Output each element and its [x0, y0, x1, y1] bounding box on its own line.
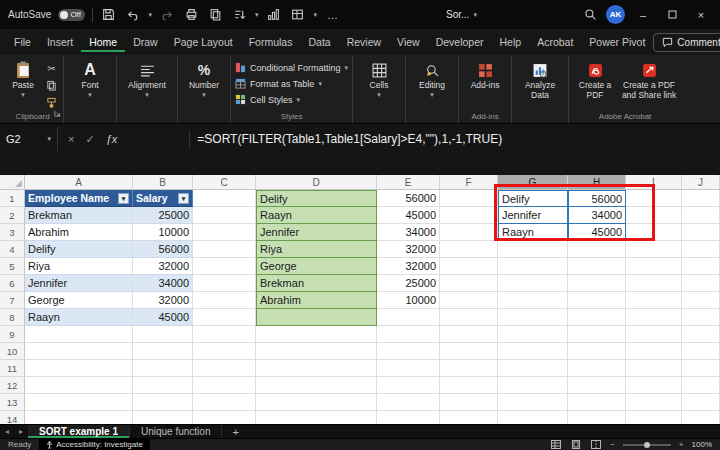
- cell-D10[interactable]: [256, 343, 377, 360]
- clipboard-dialog-launcher-icon[interactable]: [54, 103, 61, 121]
- cell-B13[interactable]: [133, 394, 193, 411]
- cell-I14[interactable]: [626, 411, 682, 424]
- menu-tab-home[interactable]: Home: [81, 32, 125, 52]
- cell-F10[interactable]: [440, 343, 498, 360]
- cell-I10[interactable]: [626, 343, 682, 360]
- cell-I9[interactable]: [626, 326, 682, 343]
- column-header-G[interactable]: G: [498, 175, 568, 190]
- cell-E10[interactable]: [377, 343, 440, 360]
- cell-E8[interactable]: [377, 309, 440, 326]
- cell-A10[interactable]: [25, 343, 133, 360]
- cell-C12[interactable]: [193, 377, 256, 394]
- cell-C6[interactable]: [193, 275, 256, 292]
- cell-D4[interactable]: Riya: [256, 241, 377, 258]
- cell-I6[interactable]: [626, 275, 682, 292]
- enter-formula-icon[interactable]: ✓: [85, 133, 94, 146]
- cell-H6[interactable]: [568, 275, 626, 292]
- cell-G3[interactable]: Raayn: [498, 224, 568, 241]
- page-break-view-icon[interactable]: [590, 440, 602, 450]
- sheet-tab-sort-example-1[interactable]: SORT example 1: [28, 425, 130, 438]
- cell-E3[interactable]: 34000: [377, 224, 440, 241]
- add-sheet-icon[interactable]: +: [232, 426, 238, 438]
- cell-B4[interactable]: 56000: [133, 241, 193, 258]
- cell-A1[interactable]: Employee Name▾: [25, 190, 133, 207]
- cell-F4[interactable]: [440, 241, 498, 258]
- cell-A12[interactable]: [25, 377, 133, 394]
- number-button[interactable]: % Number ▾: [182, 58, 226, 99]
- cell-F2[interactable]: [440, 207, 498, 224]
- cell-G13[interactable]: [498, 394, 568, 411]
- cell-D12[interactable]: [256, 377, 377, 394]
- sheet-nav-right-icon[interactable]: ▸: [14, 427, 28, 436]
- cell-J8[interactable]: [682, 309, 720, 326]
- cell-E11[interactable]: [377, 360, 440, 377]
- copy-icon[interactable]: [207, 6, 224, 23]
- minimize-button[interactable]: –: [632, 4, 654, 26]
- row-header-3[interactable]: 3: [0, 224, 25, 241]
- cell-A11[interactable]: [25, 360, 133, 377]
- cell-C10[interactable]: [193, 343, 256, 360]
- create-pdf-share-button[interactable]: Create a PDF and Share link: [621, 58, 677, 101]
- cell-H10[interactable]: [568, 343, 626, 360]
- cell-F12[interactable]: [440, 377, 498, 394]
- print-icon[interactable]: [183, 6, 200, 23]
- formula-input[interactable]: =SORT(FILTER(Table1,Table1[Salary]>E4,""…: [190, 132, 720, 146]
- row-header-14[interactable]: 14: [0, 411, 25, 424]
- cell-E13[interactable]: [377, 394, 440, 411]
- cell-J9[interactable]: [682, 326, 720, 343]
- sort-caret-icon[interactable]: ▾: [255, 11, 259, 19]
- zoom-in-icon[interactable]: +: [679, 440, 684, 449]
- overflow-icon[interactable]: …: [324, 6, 341, 23]
- cell-H9[interactable]: [568, 326, 626, 343]
- search-icon[interactable]: [582, 6, 599, 23]
- row-header-7[interactable]: 7: [0, 292, 25, 309]
- cell-J10[interactable]: [682, 343, 720, 360]
- menu-tab-page-layout[interactable]: Page Layout: [166, 32, 241, 52]
- menu-tab-draw[interactable]: Draw: [125, 32, 166, 52]
- cell-G4[interactable]: [498, 241, 568, 258]
- cell-C11[interactable]: [193, 360, 256, 377]
- page-layout-view-icon[interactable]: [570, 440, 582, 450]
- cell-D5[interactable]: George: [256, 258, 377, 275]
- cell-H5[interactable]: [568, 258, 626, 275]
- cell-J2[interactable]: [682, 207, 720, 224]
- cell-J5[interactable]: [682, 258, 720, 275]
- alignment-button[interactable]: Alignment ▾: [121, 58, 173, 99]
- cell-D14[interactable]: [256, 411, 377, 424]
- cell-A9[interactable]: [25, 326, 133, 343]
- format-as-table-button[interactable]: Format as Table ▾: [235, 76, 348, 91]
- create-pdf-button[interactable]: Create a PDF: [573, 58, 617, 101]
- font-button[interactable]: A Font ▾: [68, 58, 112, 99]
- cell-C1[interactable]: [193, 190, 256, 207]
- cell-C8[interactable]: [193, 309, 256, 326]
- cell-G12[interactable]: [498, 377, 568, 394]
- cell-B5[interactable]: 32000: [133, 258, 193, 275]
- row-header-13[interactable]: 13: [0, 394, 25, 411]
- filter-dropdown-icon[interactable]: ▾: [118, 193, 129, 204]
- normal-view-icon[interactable]: [550, 440, 562, 450]
- sheet-tab-unique-function[interactable]: Unique function: [130, 425, 223, 438]
- column-header-F[interactable]: F: [440, 175, 498, 190]
- cell-G5[interactable]: [498, 258, 568, 275]
- column-header-A[interactable]: A: [25, 175, 133, 190]
- cell-J4[interactable]: [682, 241, 720, 258]
- menu-tab-review[interactable]: Review: [339, 32, 389, 52]
- cell-J7[interactable]: [682, 292, 720, 309]
- cell-I13[interactable]: [626, 394, 682, 411]
- cell-H1[interactable]: 56000: [568, 190, 626, 207]
- cell-E4[interactable]: 32000: [377, 241, 440, 258]
- cell-C2[interactable]: [193, 207, 256, 224]
- cell-F3[interactable]: [440, 224, 498, 241]
- cell-H14[interactable]: [568, 411, 626, 424]
- cell-styles-button[interactable]: Cell Styles ▾: [235, 92, 348, 107]
- zoom-level[interactable]: 100%: [692, 440, 712, 449]
- cell-F13[interactable]: [440, 394, 498, 411]
- cell-D2[interactable]: Raayn: [256, 207, 377, 224]
- undo-icon[interactable]: [124, 6, 141, 23]
- cell-B6[interactable]: 34000: [133, 275, 193, 292]
- row-header-2[interactable]: 2: [0, 207, 25, 224]
- row-header-6[interactable]: 6: [0, 275, 25, 292]
- cell-F14[interactable]: [440, 411, 498, 424]
- cell-I12[interactable]: [626, 377, 682, 394]
- cell-D8[interactable]: [256, 309, 377, 326]
